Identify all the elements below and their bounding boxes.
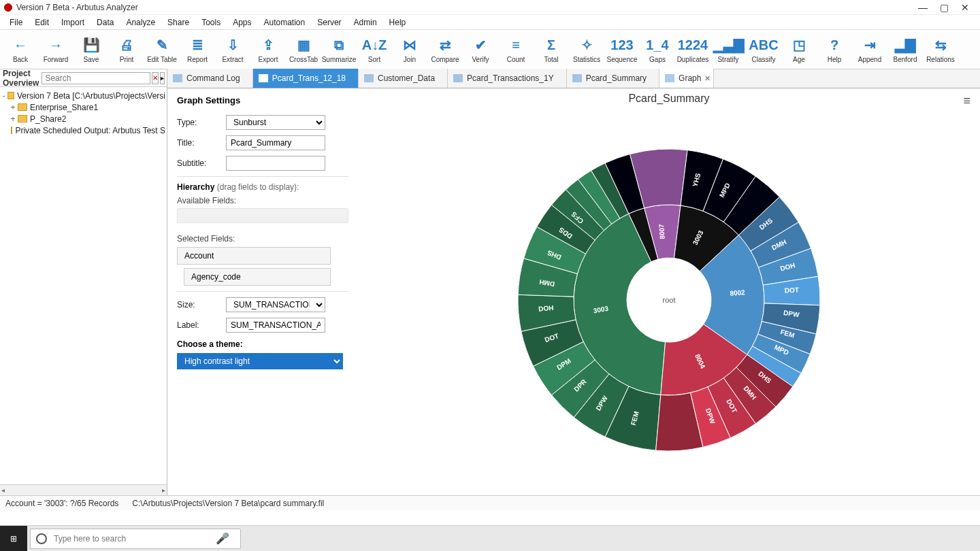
verify-button-icon: ✔	[470, 35, 491, 54]
chart-menu-icon[interactable]: ≡	[963, 94, 970, 108]
status-bar: Account = '3003': ?/65 Records C:\Arbutu…	[0, 495, 980, 510]
verify-button[interactable]: ✔Verify	[463, 31, 498, 69]
age-button[interactable]: ◳Age	[781, 31, 817, 69]
export-button[interactable]: ⇪Export	[250, 31, 286, 69]
minimize-button[interactable]: —	[918, 2, 928, 13]
tree-node[interactable]: +Enterprise_Share1	[1, 101, 165, 113]
project-overview-panel: Project Overview ✕ ▸ -Version 7 Beta [C:…	[0, 69, 167, 495]
statistics-button[interactable]: ✧Statistics	[569, 31, 604, 69]
available-fields-dropzone[interactable]	[177, 208, 348, 223]
tab-icon	[665, 74, 674, 82]
title-bar: Version 7 Beta - Arbutus Analyzer — ▢ ✕	[0, 0, 980, 15]
help-button[interactable]: ?Help	[817, 31, 852, 69]
append-button[interactable]: ⇥Append	[852, 31, 887, 69]
menu-data[interactable]: Data	[91, 16, 119, 29]
duplicates-button-icon: 1224	[683, 35, 703, 54]
mic-icon[interactable]: 🎤	[216, 532, 229, 545]
count-button-icon: ≡	[506, 35, 526, 54]
clear-search-button[interactable]: ✕	[152, 72, 159, 84]
stratify-button[interactable]: ▁▃▇Stratify	[710, 31, 746, 69]
cortana-icon	[36, 533, 47, 544]
menu-import[interactable]: Import	[56, 16, 90, 29]
tab-pcard-trans[interactable]: Pcard_Trans_12_18	[253, 69, 359, 88]
sunburst-chart[interactable]: 3003FEMDPWDPRDPMDOTDOHDMHDHSDDSCFS800730…	[506, 137, 832, 463]
menu-file[interactable]: File	[4, 16, 28, 29]
subtitle-input[interactable]	[226, 156, 325, 171]
statistics-button-icon: ✧	[576, 35, 597, 54]
tab-pcard-1y[interactable]: Pcard_Transactions_1Y	[448, 69, 567, 88]
size-label: Size:	[177, 300, 226, 310]
toolbar: ←Back→Forward💾Save🖨Print✎Edit Table≣Repo…	[0, 30, 980, 69]
menu-share[interactable]: Share	[162, 16, 195, 29]
tree-node[interactable]: Private Scheduled Output: Arbutus Test S	[1, 124, 165, 136]
tab-graph[interactable]: Graph✕	[659, 69, 714, 88]
menu-admin[interactable]: Admin	[348, 16, 382, 29]
crosstab-button[interactable]: ▦CrossTab	[286, 31, 321, 69]
tab-pcard-summary[interactable]: Pcard_Summary	[567, 69, 659, 88]
type-select[interactable]: Sunburst	[226, 115, 325, 130]
benford-button-icon: ▂▇	[895, 35, 915, 54]
print-button-icon: 🖨	[116, 35, 137, 54]
tree-node[interactable]: +P_Share2	[1, 113, 165, 124]
sequence-button[interactable]: 123Sequence	[604, 31, 640, 69]
join-button-icon: ⋈	[399, 35, 420, 54]
status-filter: Account = '3003': ?/65 Records	[5, 499, 118, 508]
gaps-button-icon: 1_4	[647, 35, 668, 54]
selected-field-account[interactable]: Account	[177, 247, 331, 265]
forward-button[interactable]: →Forward	[38, 31, 74, 69]
menu-help[interactable]: Help	[384, 16, 412, 29]
back-button[interactable]: ←Back	[3, 31, 38, 69]
project-search-input[interactable]	[42, 72, 150, 84]
edit-table-button-icon: ✎	[152, 35, 172, 54]
edit-table-button[interactable]: ✎Edit Table	[144, 31, 180, 69]
report-button[interactable]: ≣Report	[180, 31, 215, 69]
stratify-button-icon: ▁▃▇	[718, 35, 738, 54]
extract-button[interactable]: ⇩Extract	[215, 31, 250, 69]
sequence-button-icon: 123	[612, 35, 632, 54]
compare-button[interactable]: ⇄Compare	[427, 31, 463, 69]
maximize-button[interactable]: ▢	[940, 2, 949, 13]
save-button[interactable]: 💾Save	[74, 31, 109, 69]
svg-text:DOH: DOH	[538, 304, 554, 313]
total-button-icon: Σ	[541, 35, 561, 54]
relations-button[interactable]: ⇆Relations	[923, 31, 958, 69]
tab-command-log[interactable]: Command Log	[167, 69, 253, 88]
menu-server[interactable]: Server	[312, 16, 346, 29]
sort-button[interactable]: A↓ZSort	[357, 31, 392, 69]
join-button[interactable]: ⋈Join	[392, 31, 427, 69]
menu-apps[interactable]: Apps	[227, 16, 257, 29]
tree-scrollbar[interactable]: ◂▸	[0, 484, 167, 495]
tree-node[interactable]: -Version 7 Beta [C:\Arbutus\Projects\Ver…	[1, 90, 165, 101]
window-title: Version 7 Beta - Arbutus Analyzer	[16, 3, 918, 12]
menu-edit[interactable]: Edit	[29, 16, 54, 29]
label-input[interactable]	[226, 318, 325, 333]
title-input[interactable]	[226, 135, 325, 150]
count-button[interactable]: ≡Count	[498, 31, 534, 69]
taskbar-search[interactable]: Type here to search 🎤	[30, 529, 241, 549]
svg-text:8007: 8007	[657, 224, 666, 239]
search-go-button[interactable]: ▸	[160, 72, 165, 84]
selected-field-agency[interactable]: Agency_code	[184, 268, 331, 286]
size-select[interactable]: SUM_TRANSACTION_AM	[226, 297, 325, 312]
menu-tools[interactable]: Tools	[196, 16, 226, 29]
tab-icon	[173, 74, 182, 82]
project-tree[interactable]: -Version 7 Beta [C:\Arbutus\Projects\Ver…	[0, 87, 167, 139]
print-button[interactable]: 🖨Print	[109, 31, 144, 69]
theme-select[interactable]: High contrast light	[177, 353, 343, 369]
relations-button-icon: ⇆	[930, 35, 951, 54]
menu-automation[interactable]: Automation	[259, 16, 311, 29]
summarize-button[interactable]: ⧉Summarize	[321, 31, 357, 69]
tab-customer-data[interactable]: Customer_Data	[359, 69, 448, 88]
gaps-button[interactable]: 1_4Gaps	[640, 31, 675, 69]
chart-area: Pcard_Summary ≡ 3003FEMDPWDPRDPMDOTDOHDM…	[358, 88, 980, 495]
menu-analyze[interactable]: Analyze	[120, 16, 161, 29]
total-button[interactable]: ΣTotal	[534, 31, 569, 69]
graph-settings-heading: Graph Settings	[177, 95, 348, 105]
classify-button[interactable]: ABCClassify	[746, 31, 781, 69]
document-tabs: Command LogPcard_Trans_12_18Customer_Dat…	[167, 69, 980, 88]
duplicates-button[interactable]: 1224Duplicates	[675, 31, 710, 69]
close-button[interactable]: ✕	[961, 2, 969, 13]
start-button[interactable]: ⊞	[0, 526, 27, 552]
tab-close-icon[interactable]: ✕	[704, 74, 710, 83]
benford-button[interactable]: ▂▇Benford	[887, 31, 923, 69]
